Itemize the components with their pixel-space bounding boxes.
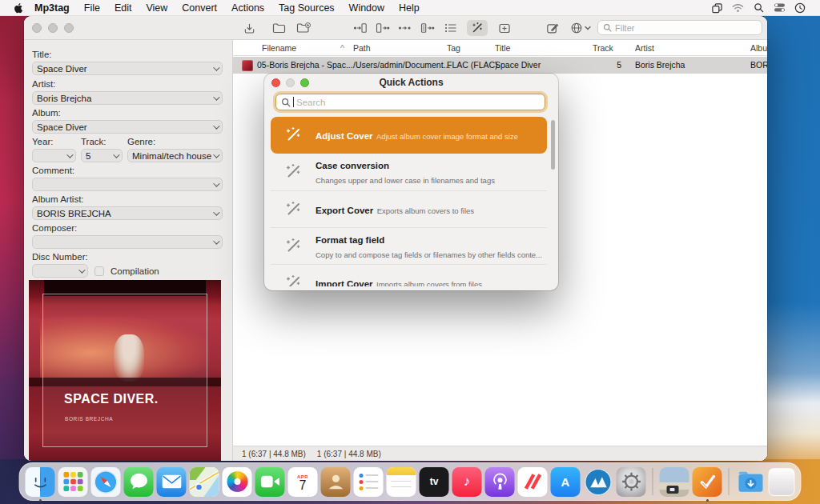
close-button[interactable] <box>32 23 42 33</box>
action-title: Case conversion <box>316 161 389 170</box>
textfile-to-tag-icon[interactable] <box>418 20 437 36</box>
clock-icon[interactable] <box>790 2 810 14</box>
disc-number-combo[interactable] <box>32 264 88 278</box>
action-item-case-conversion[interactable]: Case conversion Changes upper and lower … <box>271 154 547 190</box>
menu-item-tag-sources[interactable]: Tag Sources <box>271 2 341 14</box>
messages-dock-icon[interactable] <box>124 467 154 497</box>
album-label: Album: <box>32 108 223 118</box>
track-combo[interactable]: 5 <box>81 149 123 162</box>
composer-combo[interactable] <box>32 235 223 249</box>
column-tag[interactable]: Tag <box>447 43 460 53</box>
dialog-search-input[interactable] <box>296 98 540 107</box>
web-sources-globe-icon[interactable] <box>567 20 594 36</box>
menu-app-name[interactable]: Mp3tag <box>27 2 77 14</box>
facetime-dock-icon[interactable] <box>255 467 285 497</box>
downloads-folder-dock-icon[interactable] <box>736 467 766 497</box>
filename-to-tag-icon[interactable] <box>373 20 392 36</box>
table-row[interactable]: 05-Boris Brejcha - Spac... /Users/admin/… <box>233 57 767 74</box>
action-item-import-cover[interactable]: Import Cover Imports album covers from f… <box>271 264 547 286</box>
minimize-button[interactable] <box>48 23 58 33</box>
news-dock-icon[interactable] <box>518 467 548 497</box>
launchpad-dock-icon[interactable] <box>58 467 88 497</box>
menu-item-view[interactable]: View <box>139 2 175 14</box>
column-album[interactable]: Album <box>750 43 767 53</box>
field-comment: Comment: <box>32 166 223 191</box>
field-artist: Artist: Boris Brejcha <box>32 79 223 105</box>
safari-dock-icon[interactable] <box>91 467 121 497</box>
photos-dock-icon[interactable] <box>223 467 252 497</box>
calendar-dock-icon[interactable]: APR 7 <box>288 467 318 497</box>
dock: APR 7 tv ♪ <box>19 462 802 501</box>
comment-combo[interactable] <box>32 178 223 191</box>
control-center-icon[interactable] <box>769 2 790 13</box>
column-path[interactable]: Path <box>353 43 371 53</box>
album-cover-art[interactable]: SPACE DIVER. BORIS BREJCHA <box>29 280 221 461</box>
year-combo[interactable] <box>32 149 76 162</box>
cell-tag: FLAC (FLAC) <box>447 60 498 70</box>
trash-dock-icon[interactable] <box>769 468 795 496</box>
composer-label: Composer: <box>32 223 223 233</box>
dialog-scrollbar[interactable] <box>551 120 555 170</box>
artist-combo[interactable]: Boris Brejcha <box>32 91 223 105</box>
column-filename[interactable]: Filename <box>262 43 296 53</box>
tag-to-tag-icon[interactable] <box>396 20 415 36</box>
wand-icon <box>271 274 316 287</box>
column-artist[interactable]: Artist <box>635 43 654 53</box>
field-year: Year: <box>32 137 76 162</box>
spotlight-search-icon[interactable] <box>748 2 769 13</box>
app-store-dock-icon[interactable]: A <box>551 467 581 497</box>
chevron-down-icon <box>66 151 73 158</box>
apple-menu-icon[interactable] <box>10 2 27 14</box>
new-action-icon[interactable] <box>495 20 514 36</box>
save-icon[interactable] <box>240 20 258 36</box>
mountain-app-dock-icon[interactable] <box>584 467 613 497</box>
add-folder-icon[interactable] <box>294 20 313 36</box>
sort-asc-indicator[interactable]: ^ <box>340 43 344 53</box>
menu-item-edit[interactable]: Edit <box>107 2 139 14</box>
album-combo[interactable]: Space Diver <box>32 120 223 134</box>
filter-input[interactable] <box>615 23 743 33</box>
quick-actions-wand-icon[interactable] <box>467 20 488 36</box>
column-title[interactable]: Title <box>495 43 510 53</box>
menu-item-window[interactable]: Window <box>342 2 392 14</box>
action-desc: Changes upper and lower case in filename… <box>316 176 495 185</box>
column-track[interactable]: Track <box>593 43 613 53</box>
action-item-export-cover[interactable]: Export Cover Exports album covers to fil… <box>271 190 547 227</box>
track-label: Track: <box>81 137 123 146</box>
zoom-button[interactable] <box>64 23 74 33</box>
apple-tv-dock-icon[interactable]: tv <box>420 467 449 497</box>
action-item-format-tag-field[interactable]: Format tag field Copy to and compose tag… <box>271 227 547 264</box>
filter-field[interactable] <box>597 20 762 35</box>
notes-dock-icon[interactable] <box>387 467 416 497</box>
compilation-checkbox[interactable] <box>94 266 104 276</box>
mp3tag-dock-icon[interactable] <box>693 467 722 497</box>
menu-item-convert[interactable]: Convert <box>175 2 224 14</box>
reminders-dock-icon[interactable] <box>354 467 384 497</box>
open-folder-icon[interactable] <box>269 20 288 36</box>
genre-combo[interactable]: Minimal/tech house <box>127 149 223 162</box>
dialog-search-field[interactable] <box>275 94 545 110</box>
maps-dock-icon[interactable] <box>190 467 219 497</box>
compose-icon[interactable] <box>543 20 562 36</box>
wallpaper-right <box>764 0 820 504</box>
system-preferences-dock-icon[interactable] <box>617 467 646 497</box>
album-artist-combo[interactable]: BORIS BREJCHA <box>32 206 223 220</box>
tag-to-filename-icon[interactable] <box>351 20 370 36</box>
music-dock-icon[interactable]: ♪ <box>452 467 482 497</box>
podcasts-dock-icon[interactable] <box>485 467 515 497</box>
action-item-adjust-cover[interactable]: Adjust Cover Adjust album cover image fo… <box>271 117 547 154</box>
photo-utility-dock-icon[interactable] <box>660 467 689 497</box>
menu-item-help[interactable]: Help <box>392 2 427 14</box>
album-artist-label: Album Artist: <box>32 194 223 204</box>
genre-label: Genre: <box>127 137 223 146</box>
finder-dock-icon[interactable] <box>26 467 55 497</box>
chevron-down-icon <box>213 122 219 129</box>
contacts-dock-icon[interactable] <box>321 467 351 497</box>
stacked-windows-icon[interactable] <box>706 2 727 14</box>
menu-item-actions[interactable]: Actions <box>224 2 271 14</box>
title-combo[interactable]: Space Diver <box>32 62 223 75</box>
actions-list-icon[interactable] <box>441 20 460 36</box>
wifi-icon[interactable] <box>727 3 748 13</box>
menu-item-file[interactable]: File <box>77 2 107 14</box>
mail-dock-icon[interactable] <box>157 467 187 497</box>
